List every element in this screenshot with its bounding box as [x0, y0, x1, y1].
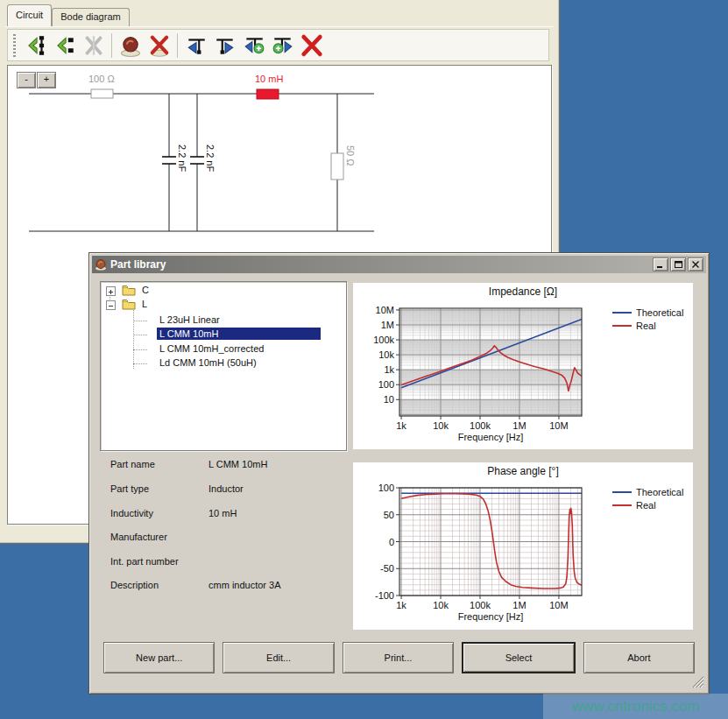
- folder-icon: [122, 285, 136, 298]
- part-library-icon: [118, 33, 143, 58]
- detail-value: 10 mH: [209, 508, 237, 518]
- svg-text:Theoretical: Theoretical: [636, 307, 683, 318]
- close-icon: [692, 261, 699, 268]
- svg-text:Phase angle [°]: Phase angle [°]: [487, 465, 559, 477]
- part-library-dialog: Part library C: [88, 252, 710, 694]
- add-node-left-button[interactable]: [239, 31, 268, 60]
- svg-text:Real: Real: [636, 321, 656, 331]
- capacitor-1-label: 2.2 nF: [177, 145, 187, 172]
- phase-angle-chart: 1k10k100k1M10M100500-50-100Frequency [Hz…: [353, 462, 693, 630]
- insert-left-series-button[interactable]: [21, 31, 50, 60]
- detail-label: Manufacturer: [110, 532, 167, 542]
- node-right-icon: [214, 34, 237, 57]
- tree-node-l[interactable]: L: [139, 298, 150, 310]
- load-resistor-label: 50 Ω: [345, 145, 356, 166]
- tab-circuit[interactable]: Circuit: [7, 4, 52, 26]
- part-tree[interactable]: C L L 23uH Linear L CMM 10mH L CMM 10mH_…: [100, 281, 347, 451]
- svg-text:10: 10: [384, 394, 394, 405]
- select-button[interactable]: Select: [462, 642, 575, 673]
- impedance-chart: 1k10k100k1M10M10M1M100k10k1k10010Frequen…: [353, 283, 693, 449]
- svg-text:100: 100: [378, 483, 394, 493]
- expand-icon[interactable]: [106, 286, 116, 296]
- svg-text:Frequency [Hz]: Frequency [Hz]: [458, 611, 524, 622]
- part-library-window-icon: [95, 258, 107, 271]
- delete-part-icon: [147, 33, 172, 58]
- delete-part-button[interactable]: [145, 31, 173, 60]
- minimize-button[interactable]: [653, 257, 668, 271]
- svg-text:10M: 10M: [549, 600, 568, 610]
- svg-text:100k: 100k: [470, 600, 491, 610]
- svg-text:100k: 100k: [470, 420, 491, 431]
- dialog-button-row: New part... Edit... Print... Select Abor…: [103, 642, 695, 673]
- svg-text:10M: 10M: [376, 305, 394, 315]
- new-part-button[interactable]: New part...: [103, 642, 215, 673]
- toolbar-grip[interactable]: [13, 34, 16, 57]
- node-left-button[interactable]: [181, 31, 210, 60]
- svg-text:Impedance [Ω]: Impedance [Ω]: [489, 285, 557, 298]
- cut-disabled-button: [79, 31, 108, 60]
- watermark-banner: www.cntronics.com: [543, 694, 728, 719]
- detail-value: L CMM 10mH: [209, 459, 267, 469]
- inductor-symbol[interactable]: [257, 89, 279, 99]
- toolbar-separator: [111, 33, 112, 58]
- toolbar-separator: [177, 33, 178, 58]
- print-button[interactable]: Print...: [343, 642, 454, 673]
- tree-item-l-23uh-linear[interactable]: L 23uH Linear: [157, 314, 223, 326]
- insert-left-parallel-button[interactable]: [50, 31, 79, 60]
- phase-angle-chart-panel: 1k10k100k1M10M100500-50-100Frequency [Hz…: [353, 462, 693, 630]
- add-node-left-icon: [243, 34, 265, 57]
- svg-text:1M: 1M: [381, 320, 394, 330]
- maximize-icon: [675, 261, 682, 268]
- inductor-label: 10 mH: [255, 74, 283, 84]
- tree-item-l-cmm-10mh[interactable]: L CMM 10mH: [157, 328, 321, 340]
- load-resistor-symbol[interactable]: [331, 153, 343, 180]
- series-resistor-label: 100 Ω: [88, 74, 115, 84]
- tab-bode-diagram[interactable]: Bode diagram: [52, 8, 130, 26]
- insert-left-parallel-icon: [53, 34, 76, 57]
- collapse-icon[interactable]: [106, 300, 116, 310]
- detail-label: Inductivity: [110, 508, 153, 518]
- capacitor-2-label: 2.2 nF: [205, 145, 216, 172]
- svg-text:1k: 1k: [396, 600, 406, 610]
- add-node-right-button[interactable]: [268, 31, 297, 60]
- minus-icon: [107, 302, 115, 310]
- svg-text:Theoretical: Theoretical: [636, 487, 683, 497]
- tree-node-c[interactable]: C: [139, 284, 152, 296]
- svg-text:50: 50: [384, 510, 394, 520]
- watermark-text: www.cntronics.com: [572, 698, 699, 715]
- detail-label: Part name: [110, 459, 155, 469]
- svg-text:100: 100: [378, 379, 394, 390]
- tree-item-l-cmm-10mh-corrected[interactable]: L CMM 10mH_corrected: [157, 342, 266, 355]
- detail-value: cmm inductor 3A: [209, 580, 281, 590]
- detail-label: Part type: [110, 483, 149, 494]
- tab-strip: Circuit Bode diagram: [7, 4, 130, 26]
- series-resistor-symbol[interactable]: [91, 89, 113, 98]
- svg-text:10M: 10M: [549, 420, 568, 431]
- folder-icon: [122, 299, 136, 312]
- edit-button[interactable]: Edit...: [223, 642, 334, 673]
- abort-button[interactable]: Abort: [583, 642, 695, 673]
- part-library-button[interactable]: [116, 31, 145, 60]
- tree-item-ld-cmm-10mh-50uh[interactable]: Ld CMM 10mH (50uH): [157, 356, 259, 369]
- delete-node-button[interactable]: [297, 31, 326, 60]
- svg-text:1M: 1M: [512, 600, 526, 610]
- detail-label: Int. part number: [110, 556, 179, 567]
- plus-icon: [107, 288, 115, 296]
- svg-text:-100: -100: [375, 590, 394, 601]
- svg-text:0: 0: [389, 537, 394, 547]
- svg-text:1k: 1k: [384, 364, 394, 375]
- node-right-button[interactable]: [210, 31, 239, 60]
- node-left-icon: [185, 34, 208, 57]
- resize-grip[interactable]: [692, 676, 704, 688]
- close-button[interactable]: [688, 257, 703, 271]
- svg-text:1M: 1M: [512, 420, 526, 431]
- svg-text:10k: 10k: [433, 420, 449, 431]
- dialog-titlebar[interactable]: Part library: [92, 256, 706, 273]
- insert-left-series-icon: [25, 34, 47, 57]
- tab-divider: [5, 26, 554, 27]
- svg-text:10k: 10k: [433, 600, 449, 610]
- toolbar: [7, 29, 549, 61]
- impedance-chart-panel: 1k10k100k1M10M10M1M100k10k1k10010Frequen…: [353, 283, 693, 449]
- svg-text:Real: Real: [636, 500, 656, 511]
- maximize-button[interactable]: [670, 257, 686, 271]
